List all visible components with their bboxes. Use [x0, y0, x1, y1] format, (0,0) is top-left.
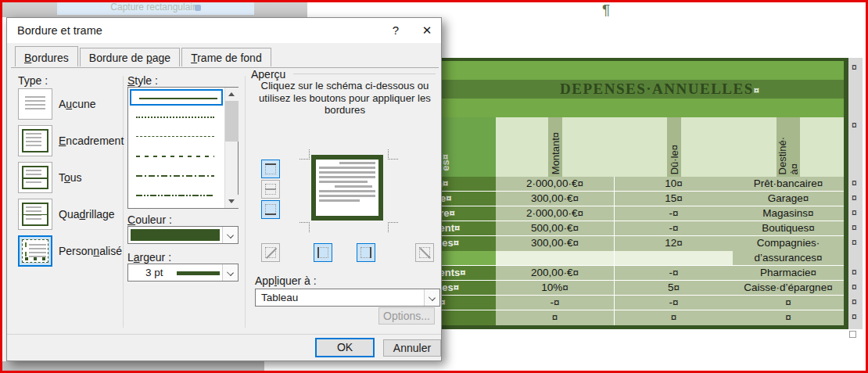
preview-diagram[interactable] [311, 155, 383, 221]
groupbox-line [293, 74, 436, 74]
border-bottom-button[interactable] [261, 200, 280, 219]
cell-end-mark: ¤ [754, 84, 759, 96]
color-dropdown[interactable] [127, 226, 239, 244]
color-swatch-dark-green [131, 229, 220, 241]
scroll-up-icon[interactable] [225, 88, 239, 101]
border-inside-horizontal-button[interactable] [261, 180, 280, 199]
style-option-dash-dot-dot[interactable] [128, 185, 224, 205]
type-option-tous[interactable]: Tous [18, 162, 120, 196]
ok-button[interactable]: OK [315, 338, 375, 357]
snip-menu-item-capture-rectangulaire[interactable]: Capture rectangulaire [57, 2, 254, 15]
tab-bordures[interactable]: Bordures [15, 46, 78, 66]
style-option-dotted[interactable] [128, 107, 224, 127]
style-option-solid[interactable] [128, 88, 224, 107]
row-end-mark: ¤ [852, 238, 857, 247]
preview-text-line [319, 171, 375, 174]
cell-du-le: -¤ [615, 296, 733, 310]
tab-trame-de-fond[interactable]: Trame de fond [181, 48, 271, 66]
scroll-down-icon[interactable] [225, 195, 239, 208]
header-montant-label: Montant¤ [550, 132, 561, 177]
none-border-icon [18, 88, 52, 120]
icon-square [42, 257, 45, 260]
table-top-band [429, 61, 844, 80]
dash-dot-line-swatch [136, 175, 214, 177]
table-title-row: DEPENSES·ANNUELLES¤ [429, 80, 844, 99]
icon-zigzag [25, 242, 27, 256]
style-option-dash-dot[interactable] [128, 166, 224, 185]
row-end-mark: ¤ [852, 267, 857, 277]
table-row: on¤2·000,00·€¤10¤Prêt·bancaire¤ [429, 177, 844, 192]
type-option-aucune[interactable]: Aucune [18, 88, 120, 123]
row-end-mark: ¤ [852, 208, 857, 217]
border-diagonal-down-button[interactable] [415, 243, 434, 262]
cell-du-le: 15¤ [615, 192, 733, 206]
preview-group-label: Aperçu [251, 68, 285, 81]
preview-text-line [319, 199, 360, 202]
cell-du-le: -¤ [615, 206, 733, 221]
chevron-down-icon[interactable] [222, 264, 238, 281]
apply-to-dropdown[interactable]: Tableau [255, 289, 440, 307]
scrollbar-thumb[interactable] [225, 101, 239, 142]
type-option-label: Tous [59, 171, 82, 184]
dotted-line-swatch [136, 117, 214, 118]
border-top-button[interactable] [261, 160, 280, 178]
row-end-marker-column: ¤ ¤ ¤ ¤ ¤ ¤ ¤ ¤ ¤ ¤ ¤ [848, 58, 863, 329]
type-option-label: Personnalisé [59, 245, 122, 257]
preview-text-line [339, 162, 375, 164]
header-cell-destine-a: Destiné· à¤ [733, 117, 844, 177]
options-button[interactable]: Options... [378, 307, 435, 325]
cell-montant: ¤ [496, 310, 615, 325]
divider [245, 76, 246, 328]
border-right-icon [360, 247, 371, 258]
preview-corner-guide [388, 222, 398, 232]
width-dropdown[interactable]: 3 pt [127, 264, 239, 282]
dialog-titlebar[interactable]: Bordure et trame ? ✕ [7, 18, 441, 43]
row-end-mark: ¤ [852, 297, 857, 307]
cell-destine: d’assurances¤ [733, 251, 844, 265]
icon-text-lines [26, 133, 41, 147]
tab-bordure-de-page[interactable]: Bordure de page [80, 48, 180, 66]
table-resize-handle[interactable] [849, 331, 856, 338]
border-diagonal-up-icon [265, 247, 276, 258]
color-group-label: Couleur : [127, 213, 172, 226]
cancel-button[interactable]: Annuler [383, 339, 441, 357]
apply-to-label: Appliquer à : [255, 274, 317, 287]
type-option-quadrillage[interactable]: Quadrillage [18, 199, 120, 233]
cell-destine: Garage¤ [733, 192, 844, 206]
cell-montant: 200,00·€¤ [496, 266, 615, 280]
type-option-label: Aucune [59, 98, 96, 110]
table-row: ture¤2·000,00·€¤-¤Magasins¤ [429, 206, 844, 221]
border-left-button[interactable] [314, 243, 332, 262]
close-icon[interactable]: ✕ [415, 22, 439, 39]
borders-and-shading-dialog: Bordure et trame ? ✕ Bordures Bordure de… [6, 17, 442, 361]
style-option-dashed-spaced[interactable] [128, 146, 224, 166]
border-right-button[interactable] [357, 243, 375, 262]
chevron-down-icon[interactable] [222, 227, 238, 243]
border-diagonal-up-button[interactable] [261, 243, 280, 262]
header-strip: Destiné· à¤ [777, 117, 800, 177]
paragraph-mark: ¶ [602, 2, 610, 19]
header-cell-du-le: Dû·le¤ [615, 117, 733, 177]
cell-montant [496, 251, 615, 265]
table-mid-band [429, 99, 844, 117]
preview-instruction: Cliquez sur le schéma ci-dessous ou util… [256, 80, 434, 117]
type-option-personnalise[interactable]: Personnalisé [18, 235, 120, 270]
style-option-dashed-small[interactable] [128, 127, 224, 146]
chevron-down-icon[interactable] [424, 289, 439, 306]
table-row: ure¤300,00·€¤15¤Garage¤ [429, 192, 844, 206]
border-bottom-icon [265, 204, 276, 215]
preview-text-line [319, 190, 375, 192]
style-list-scrollbar[interactable] [224, 88, 238, 208]
divider [7, 334, 441, 335]
cell-du-le: -¤ [615, 221, 733, 235]
preview-text-line [319, 181, 368, 183]
style-listbox[interactable] [127, 87, 239, 209]
help-icon[interactable]: ? [384, 22, 407, 39]
table-row: ments¤200,00·€¤-¤Pharmacie¤ [429, 266, 844, 281]
border-inside-horizontal-icon [265, 184, 276, 195]
icon-square [34, 257, 37, 260]
type-option-encadrement[interactable]: Encadrement [18, 125, 120, 160]
preview-text-line [319, 195, 375, 197]
cell-montant: 10%¤ [496, 281, 615, 295]
cell-du-le: ¤ [615, 310, 733, 325]
